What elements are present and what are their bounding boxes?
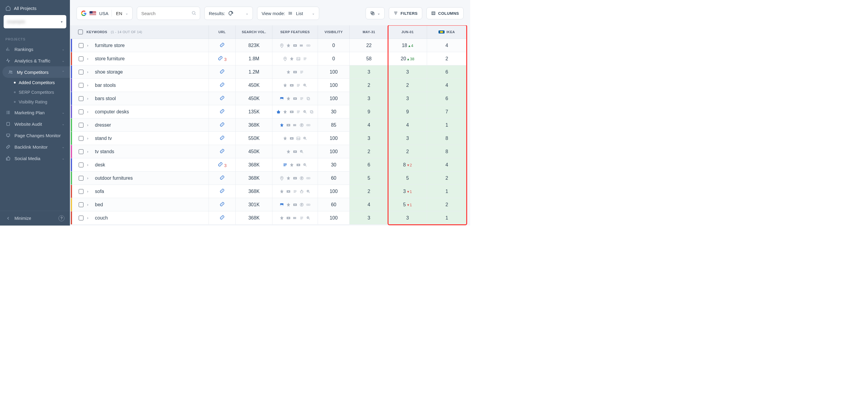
lines-icon — [299, 96, 304, 101]
expand-icon[interactable]: › — [87, 110, 91, 114]
nav-website-audit[interactable]: Website Audit ⌄ — [0, 118, 70, 130]
sub-serp-competitors[interactable]: SERP Competitors — [9, 87, 70, 97]
row-checkbox[interactable] — [79, 215, 84, 220]
project-selector[interactable]: example ▾ — [4, 15, 66, 28]
expand-icon[interactable]: › — [87, 83, 91, 87]
nav-competitors[interactable]: My Competitors ⌃ — [2, 66, 70, 78]
sub-added-competitors[interactable]: Added Competitors — [9, 78, 70, 87]
nav-social-media[interactable]: Social Media ⌄ — [0, 153, 70, 164]
row-checkbox[interactable] — [79, 149, 84, 154]
star-icon — [286, 70, 291, 75]
expand-icon[interactable]: › — [87, 96, 91, 101]
url-link-icon[interactable] — [219, 215, 225, 220]
expand-icon[interactable]: › — [87, 163, 91, 167]
expand-icon[interactable]: › — [87, 123, 91, 127]
url-link-icon[interactable] — [219, 148, 225, 154]
th-visibility[interactable]: VISIBILITY — [318, 25, 350, 39]
copy-button[interactable]: ⌄ — [366, 7, 385, 19]
nav-rankings[interactable]: Rankings ⌄ — [0, 43, 70, 55]
url-link-icon[interactable] — [219, 69, 225, 74]
th-vol[interactable]: SEARCH VOL. — [236, 25, 272, 39]
svg-rect-32 — [310, 110, 312, 113]
star-icon — [279, 189, 284, 194]
url-link-icon[interactable] — [219, 188, 225, 194]
viewmode-dropdown[interactable]: View mode: List ⌄ — [257, 7, 319, 20]
row-checkbox[interactable] — [79, 202, 84, 207]
columns-button[interactable]: COLUMNS — [427, 7, 464, 19]
dollar-icon — [299, 123, 304, 127]
row-checkbox[interactable] — [79, 176, 84, 181]
svg-rect-21 — [297, 57, 300, 60]
svg-point-5 — [289, 12, 289, 12]
row-checkbox[interactable] — [79, 96, 84, 101]
th-label: KEYWORDS — [87, 30, 107, 34]
rank-delta: 1 — [407, 203, 412, 207]
row-checkbox[interactable] — [79, 136, 84, 141]
url-link-icon[interactable] — [219, 201, 225, 207]
expand-icon[interactable]: › — [87, 216, 91, 220]
results-dropdown[interactable]: Results: ⌄ — [204, 7, 253, 20]
url-link-icon[interactable] — [219, 82, 225, 87]
search-volume: 450K — [236, 79, 272, 92]
table-container: KEYWORDS (1 - 14 OUT OF 14) URL SEARCH V… — [70, 25, 470, 226]
row-checkbox[interactable] — [79, 56, 84, 61]
search-input[interactable] — [141, 7, 195, 20]
all-projects-label: All Projects — [14, 6, 36, 11]
url-link-icon[interactable] — [219, 122, 225, 127]
competitor-rank: 8 — [427, 132, 467, 145]
nav-analytics[interactable]: Analytics & Traffic ⌄ — [0, 55, 70, 66]
dollar-icon — [299, 202, 304, 207]
nav-backlink-monitor[interactable]: Backlink Monitor ⌄ — [0, 141, 70, 153]
serp-features — [273, 176, 318, 181]
chevron-down-icon: ⌄ — [377, 11, 380, 16]
url-link-icon[interactable] — [218, 56, 223, 61]
url-link-icon[interactable] — [219, 175, 225, 180]
expand-icon[interactable]: › — [87, 176, 91, 180]
nav-page-changes[interactable]: Page Changes Monitor — [0, 130, 70, 141]
url-link-icon[interactable] — [219, 109, 225, 114]
th-date2[interactable]: JUN-01 — [388, 25, 427, 39]
monitor-icon — [5, 133, 11, 138]
rank-delta: 2 — [407, 163, 412, 167]
expand-icon[interactable]: › — [87, 57, 91, 61]
th-serp[interactable]: SERP FEATURES — [272, 25, 318, 39]
url-link-icon[interactable] — [219, 95, 225, 101]
expand-icon[interactable]: › — [87, 150, 91, 154]
row-checkbox[interactable] — [79, 43, 84, 48]
select-all-checkbox[interactable] — [78, 30, 83, 34]
country-selector[interactable]: USA EN ⌄ — [76, 7, 133, 20]
rank-may31: 4 — [349, 118, 388, 132]
lines-icon — [296, 83, 301, 88]
search-volume: 301K — [236, 198, 272, 211]
table-row: › bar stools 450K100224 — [70, 79, 467, 92]
all-projects-link[interactable]: All Projects — [4, 4, 66, 15]
filters-button[interactable]: FILTERS — [389, 7, 422, 19]
row-color-bar — [71, 198, 72, 211]
expand-icon[interactable]: › — [87, 70, 91, 74]
expand-icon[interactable]: › — [87, 189, 91, 194]
minimize-label[interactable]: Minimize — [14, 216, 31, 221]
th-date1[interactable]: MAY-31 — [349, 25, 388, 39]
row-checkbox[interactable] — [79, 70, 84, 75]
sub-visibility-rating[interactable]: Visibility Rating — [9, 97, 70, 107]
url-link-icon[interactable] — [219, 42, 225, 48]
th-keywords[interactable]: KEYWORDS (1 - 14 OUT OF 14) — [70, 25, 209, 39]
th-competitor[interactable]: IKEA — [427, 25, 467, 39]
url-link-icon[interactable] — [218, 161, 223, 167]
rank-may31: 58 — [349, 52, 388, 65]
help-icon[interactable]: ? — [59, 215, 64, 221]
arrow-left-icon[interactable] — [5, 215, 11, 221]
row-checkbox[interactable] — [79, 189, 84, 194]
row-checkbox[interactable] — [79, 162, 84, 167]
dot-icon — [14, 82, 16, 84]
row-checkbox[interactable] — [79, 83, 84, 88]
expand-icon[interactable]: › — [87, 136, 91, 141]
nav-marketing-plan[interactable]: Marketing Plan ⌄ — [0, 107, 70, 118]
url-link-icon[interactable] — [219, 135, 225, 141]
expand-icon[interactable]: › — [87, 43, 91, 48]
row-checkbox[interactable] — [79, 110, 84, 114]
mag-icon — [306, 215, 311, 220]
row-checkbox[interactable] — [79, 123, 84, 127]
th-url[interactable]: URL — [209, 25, 236, 39]
expand-icon[interactable]: › — [87, 203, 91, 207]
